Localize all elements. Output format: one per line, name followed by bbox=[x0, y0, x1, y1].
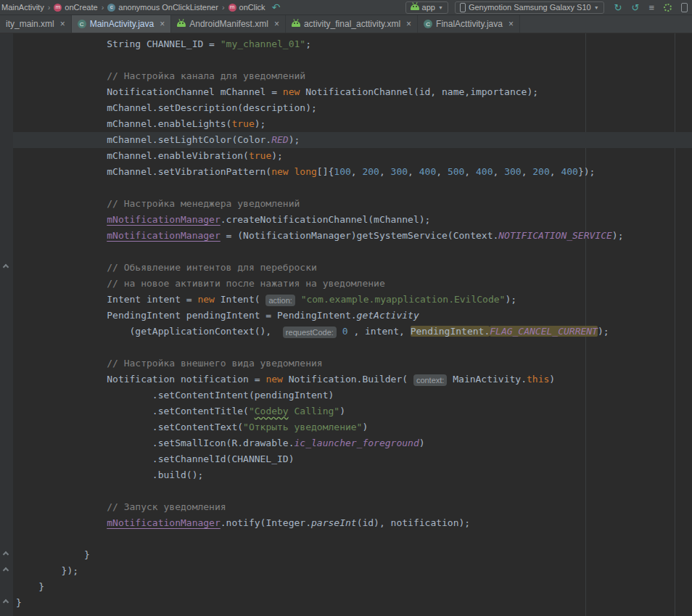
code-line[interactable]: Intent intent = new Intent( action: "com… bbox=[13, 292, 692, 308]
code-segment: } bbox=[16, 581, 44, 592]
run-configuration-selector[interactable]: app ▼ bbox=[405, 1, 448, 14]
code-segment: , bbox=[379, 166, 391, 177]
code-segment: new bbox=[265, 374, 282, 385]
code-line[interactable]: // Настройка менеджера уведомлений bbox=[13, 196, 692, 212]
code-area[interactable]: String CHANNEL_ID = "my_channel_01"; // … bbox=[13, 36, 692, 611]
code-line[interactable]: Notification notification = new Notifica… bbox=[13, 371, 692, 387]
code-line[interactable] bbox=[13, 483, 692, 499]
close-icon[interactable]: × bbox=[508, 19, 514, 29]
code-segment: mNotificationManager bbox=[107, 230, 221, 241]
java-class-icon: C bbox=[78, 20, 86, 28]
code-line[interactable]: mChannel.setDescription(description); bbox=[13, 100, 692, 116]
code-line[interactable]: .setSmallIcon(R.drawable.ic_launcher_for… bbox=[13, 435, 692, 451]
tab-androidmanifest-xml[interactable]: AndroidManifest.xml × bbox=[171, 15, 286, 33]
build-variants-icon[interactable]: ≡ bbox=[648, 3, 654, 12]
code-segment: , bbox=[493, 166, 505, 177]
code-line[interactable]: mChannel.enableLights(true); bbox=[13, 116, 692, 132]
tab-label: ity_main.xml bbox=[6, 19, 54, 29]
code-segment bbox=[16, 214, 107, 225]
navigate-back-icon[interactable]: ↶ bbox=[272, 1, 281, 13]
parameter-hint-chip: action: bbox=[265, 295, 294, 306]
code-segment: ); bbox=[598, 326, 609, 337]
code-line[interactable]: // Обьявление интентов для переброски bbox=[13, 260, 692, 276]
code-segment: }); bbox=[578, 166, 595, 177]
sdk-manager-icon[interactable] bbox=[664, 4, 672, 12]
tab-activity-main-xml[interactable]: ity_main.xml × bbox=[0, 15, 72, 33]
code-line[interactable]: mChannel.enableVibration(true); bbox=[13, 148, 692, 164]
code-segment: mNotificationManager bbox=[107, 517, 221, 528]
fold-marker-icon[interactable] bbox=[3, 599, 9, 605]
run-configuration-label: app bbox=[422, 3, 435, 12]
tab-activity-final-xml[interactable]: activity_final_acttivity.xml × bbox=[286, 15, 418, 33]
code-line[interactable]: mNotificationManager = (NotificationMana… bbox=[13, 228, 692, 244]
code-line[interactable] bbox=[13, 52, 692, 68]
code-segment: mChannel.setLightColor(Color. bbox=[16, 134, 271, 145]
code-line[interactable]: }); bbox=[13, 563, 692, 579]
code-line[interactable] bbox=[13, 340, 692, 356]
code-segment: MainActivity. bbox=[447, 374, 527, 385]
java-class-icon: C bbox=[424, 20, 432, 28]
code-segment: Intent intent = bbox=[16, 294, 197, 305]
close-icon[interactable]: × bbox=[60, 19, 65, 29]
close-icon[interactable]: × bbox=[160, 19, 165, 29]
code-line[interactable]: // Запуск уведомления bbox=[13, 499, 692, 515]
code-line[interactable]: mNotificationManager.notify(Integer.pars… bbox=[13, 515, 692, 531]
code-editor[interactable]: String CHANNEL_ID = "my_channel_01"; // … bbox=[0, 33, 692, 616]
code-segment: 200 bbox=[532, 166, 549, 177]
code-line[interactable]: .setContentIntent(pendingIntent) bbox=[13, 387, 692, 403]
close-icon[interactable]: × bbox=[274, 19, 279, 29]
code-segment: 300 bbox=[504, 166, 521, 177]
code-segment: "my_channel_01" bbox=[221, 38, 305, 49]
breadcrumb-onclick[interactable]: onClick bbox=[239, 3, 265, 12]
code-segment: ) bbox=[339, 406, 345, 416]
code-line[interactable]: } bbox=[13, 547, 692, 563]
code-line[interactable]: } bbox=[13, 595, 692, 611]
code-line[interactable]: mChannel.setVibrationPattern(new long[]{… bbox=[13, 164, 692, 180]
code-segment: .setContentIntent(pendingIntent) bbox=[16, 390, 334, 401]
code-line[interactable]: .build(); bbox=[13, 467, 692, 483]
code-line[interactable]: // Настройка внешнего вида уведомления bbox=[13, 356, 692, 371]
code-line[interactable]: (getApplicationContext(), requestCode: 0… bbox=[13, 324, 692, 340]
fold-marker-icon[interactable] bbox=[3, 567, 9, 573]
avd-manager-icon[interactable] bbox=[681, 3, 688, 12]
code-segment: mChannel.setDescription(description); bbox=[16, 102, 317, 113]
code-line[interactable]: PendingIntent pendingIntent = PendingInt… bbox=[13, 308, 692, 324]
code-line[interactable]: .setContentText("Открыть уведомление") bbox=[13, 419, 692, 435]
gradle-sync-icon[interactable]: ↻ bbox=[614, 3, 622, 12]
attach-debugger-icon[interactable]: ↺ bbox=[632, 3, 640, 12]
code-line[interactable]: mChannel.setLightColor(Color.RED); bbox=[13, 132, 692, 148]
code-line[interactable]: } bbox=[13, 579, 692, 595]
tab-finalacttivity-java[interactable]: C FinalActtivity.java × bbox=[418, 15, 520, 33]
code-segment: " bbox=[249, 406, 255, 416]
device-selector[interactable]: Genymotion Samsung Galaxy S10 ▼ bbox=[455, 1, 604, 14]
close-icon[interactable]: × bbox=[406, 19, 411, 29]
code-line[interactable]: String CHANNEL_ID = "my_channel_01"; bbox=[13, 36, 692, 52]
breadcrumb-class[interactable]: MainActivity bbox=[1, 3, 44, 12]
code-line[interactable] bbox=[13, 180, 692, 196]
tab-label: FinalActtivity.java bbox=[436, 19, 503, 29]
code-segment: ) bbox=[362, 422, 368, 432]
code-line[interactable] bbox=[13, 531, 692, 547]
breadcrumb-oncreate[interactable]: onCreate bbox=[65, 3, 97, 12]
tab-mainactivity-java[interactable]: C MainActivity.java × bbox=[72, 15, 172, 33]
code-line[interactable]: .setChannelId(CHANNEL_ID) bbox=[13, 451, 692, 467]
code-segment: ); bbox=[505, 294, 516, 305]
code-line[interactable]: // на новое активити после нажатия на ув… bbox=[13, 276, 692, 292]
code-segment: 300 bbox=[391, 166, 408, 177]
chevron-down-icon: ▼ bbox=[438, 5, 443, 10]
code-segment: 500 bbox=[448, 166, 464, 177]
code-line[interactable]: // Настройка канала для уведомлений bbox=[13, 68, 692, 84]
code-segment: ) bbox=[549, 374, 555, 385]
parameter-hint-chip: context: bbox=[413, 374, 448, 386]
code-line[interactable] bbox=[13, 244, 692, 260]
code-line[interactable]: .setContentTitle("Codeby Calling") bbox=[13, 403, 692, 419]
code-segment: 100 bbox=[334, 166, 350, 177]
fold-marker-icon[interactable] bbox=[3, 264, 9, 270]
code-line[interactable]: mNotificationManager.createNotificationC… bbox=[13, 212, 692, 228]
fold-marker-icon[interactable] bbox=[3, 551, 9, 557]
code-line[interactable]: NotificationChannel mChannel = new Notif… bbox=[13, 84, 692, 100]
breadcrumb-listener[interactable]: anonymous OnClickListener bbox=[118, 3, 218, 12]
code-segment bbox=[289, 166, 294, 177]
anonymous-class-icon: c bbox=[107, 4, 115, 12]
code-segment: String CHANNEL_ID = bbox=[16, 38, 221, 49]
